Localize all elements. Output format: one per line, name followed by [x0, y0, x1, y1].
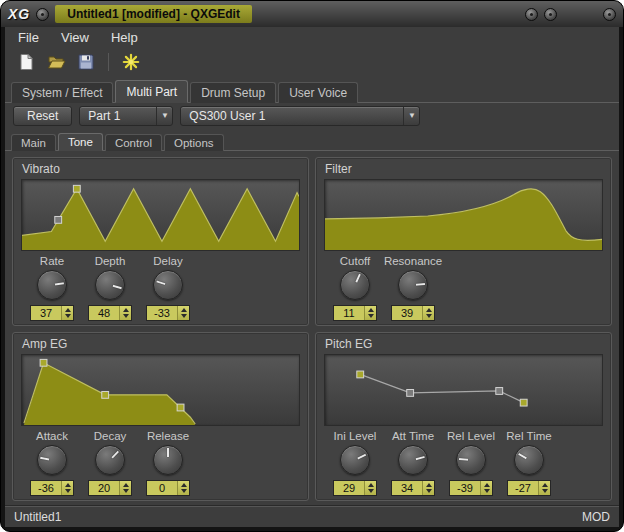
tab-control[interactable]: Control — [105, 134, 162, 151]
amp-attack-handle[interactable] — [40, 360, 47, 367]
window-title: Untitled1 [modified] - QXGEdit — [55, 5, 252, 23]
knob-cell: Attack -36 — [23, 430, 81, 496]
voice-select[interactable]: QS300 User 1 ▼ — [180, 106, 420, 126]
spin-arrows[interactable] — [61, 306, 73, 320]
window-menu-button[interactable] — [36, 8, 49, 21]
window-body: File View Help — [5, 27, 619, 527]
filter-resonance-knob[interactable] — [398, 270, 428, 300]
vibrato-delay-handle[interactable] — [55, 217, 62, 224]
vibrato-delay-knob[interactable] — [153, 270, 183, 300]
new-file-icon — [17, 53, 35, 71]
save-file-button[interactable] — [73, 50, 99, 74]
amp-decay-handle[interactable] — [102, 392, 109, 399]
pitch-eg-graph[interactable] — [324, 354, 603, 426]
spin-arrows[interactable] — [364, 306, 376, 320]
spin-arrows[interactable] — [61, 481, 73, 495]
filter-knob-row: Cutoff 11 Resonance 39 — [324, 251, 603, 321]
spin-arrows[interactable] — [538, 481, 550, 495]
tab-multi-part[interactable]: Multi Part — [115, 80, 188, 103]
pitch-att-time-knob[interactable] — [398, 445, 428, 475]
spin-arrows[interactable] — [119, 306, 131, 320]
menubar: File View Help — [5, 27, 619, 48]
vibrato-wave-graph[interactable] — [21, 179, 300, 251]
pitch-ini-level-handle[interactable] — [357, 371, 364, 378]
spin-arrows[interactable] — [119, 481, 131, 495]
panel-title: Vibrato — [21, 161, 300, 179]
pitch-att-time-spinbox[interactable]: 34 — [391, 480, 435, 496]
tab-user-voice[interactable]: User Voice — [278, 82, 358, 103]
spin-arrows[interactable] — [177, 481, 189, 495]
chevron-down-icon: ▼ — [403, 107, 419, 125]
menu-help[interactable]: Help — [102, 27, 147, 48]
pitch-rel-time-knob[interactable] — [514, 445, 544, 475]
panel-pitch-eg: Pitch EG Ini Level 29 — [315, 332, 612, 501]
close-button[interactable] — [603, 8, 616, 21]
filter-resonance-spinbox[interactable]: 39 — [391, 305, 435, 321]
tab-drum-setup[interactable]: Drum Setup — [190, 82, 276, 103]
sub-tab-bar: Main Tone Control Options — [5, 128, 619, 151]
open-file-button[interactable] — [43, 50, 69, 74]
part-select[interactable]: Part 1 ▼ — [79, 106, 173, 126]
amp-attack-spinbox[interactable]: -36 — [30, 480, 74, 496]
tab-main[interactable]: Main — [11, 134, 56, 151]
amp-decay-knob[interactable] — [95, 445, 125, 475]
tab-tone[interactable]: Tone — [58, 133, 103, 151]
pitch-att-time-handle[interactable] — [407, 390, 414, 397]
spin-arrows[interactable] — [364, 481, 376, 495]
knob-label: Resonance — [384, 255, 442, 270]
knob-cell: Decay 20 — [81, 430, 139, 496]
filter-cutoff-spinbox[interactable]: 11 — [333, 305, 377, 321]
pitch-ini-level-knob[interactable] — [340, 445, 370, 475]
tab-system-effect[interactable]: System / Effect — [11, 82, 113, 103]
vibrato-depth-handle[interactable] — [73, 186, 80, 193]
amp-release-spinbox[interactable]: 0 — [146, 480, 190, 496]
xg-logo: XG — [8, 6, 30, 22]
filter-cutoff-knob[interactable] — [340, 270, 370, 300]
tab-options[interactable]: Options — [164, 134, 224, 151]
spin-arrows[interactable] — [177, 306, 189, 320]
app-window: XG Untitled1 [modified] - QXGEdit File V… — [0, 0, 624, 532]
titlebar[interactable]: XG Untitled1 [modified] - QXGEdit — [1, 1, 623, 27]
amp-eg-knob-row: Attack -36 Decay 20 — [21, 426, 300, 496]
amp-decay-spinbox[interactable]: 20 — [88, 480, 132, 496]
menu-file[interactable]: File — [9, 27, 48, 48]
spin-arrows[interactable] — [422, 306, 434, 320]
pitch-rel-level-handle[interactable] — [496, 388, 503, 395]
amp-attack-knob[interactable] — [37, 445, 67, 475]
menu-view[interactable]: View — [52, 27, 98, 48]
maximize-button[interactable] — [544, 8, 557, 21]
vibrato-depth-knob[interactable] — [95, 270, 125, 300]
pitch-ini-level-spinbox[interactable]: 29 — [333, 480, 377, 496]
reset-all-button[interactable] — [118, 50, 144, 74]
knob-cell: Rate 37 — [23, 255, 81, 321]
panel-title: Amp EG — [21, 336, 300, 354]
vibrato-rate-spinbox[interactable]: 37 — [30, 305, 74, 321]
new-file-button[interactable] — [13, 50, 39, 74]
amp-release-handle[interactable] — [177, 405, 184, 412]
panel-vibrato: Vibrato Rate 37 — [12, 157, 309, 326]
knob-cell: Release 0 — [139, 430, 197, 496]
reset-button[interactable]: Reset — [13, 106, 72, 126]
knob-label: Att Time — [392, 430, 434, 445]
knob-cell: Cutoff 11 — [326, 255, 384, 321]
filter-curve-graph[interactable] — [324, 179, 603, 251]
minimize-button[interactable] — [525, 8, 538, 21]
pitch-rel-level-spinbox[interactable]: -39 — [449, 480, 493, 496]
spin-arrows[interactable] — [422, 481, 434, 495]
vibrato-delay-spinbox[interactable]: -33 — [146, 305, 190, 321]
statusbar-session: Untitled1 — [14, 510, 61, 524]
pitch-rel-level-knob[interactable] — [456, 445, 486, 475]
vibrato-depth-spinbox[interactable]: 48 — [88, 305, 132, 321]
amp-release-knob[interactable] — [153, 445, 183, 475]
amp-eg-graph[interactable] — [21, 354, 300, 426]
toolbar-separator — [108, 53, 109, 71]
pitch-rel-time-handle[interactable] — [520, 400, 527, 407]
part-controls-row: Reset Part 1 ▼ QS300 User 1 ▼ — [5, 103, 619, 128]
statusbar-mod-flag: MOD — [582, 510, 610, 524]
panel-amp-eg: Amp EG Attack -36 — [12, 332, 309, 501]
vibrato-rate-knob[interactable] — [37, 270, 67, 300]
pitch-rel-time-spinbox[interactable]: -27 — [507, 480, 551, 496]
statusbar: Untitled1 MOD — [5, 505, 619, 527]
spin-arrows[interactable] — [480, 481, 492, 495]
main-tab-bar: System / Effect Multi Part Drum Setup Us… — [5, 75, 619, 103]
